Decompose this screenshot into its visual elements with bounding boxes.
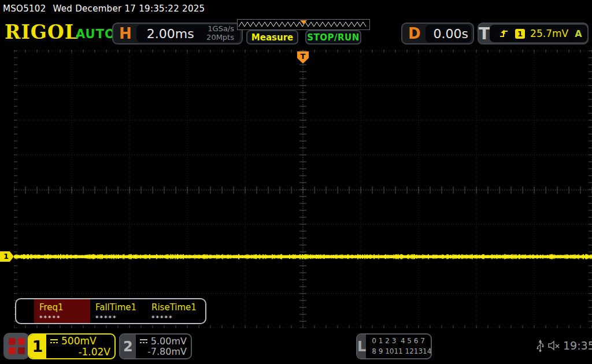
trigger-source-badge: 1 (515, 29, 525, 39)
trigger-label: T (479, 24, 490, 43)
preview-position-marker[interactable] (300, 20, 307, 24)
sample-rate: 1GSa/s (206, 25, 234, 34)
measurement-panel: Freq1 ***** FallTime1 ***** RiseTime1 **… (15, 298, 206, 324)
logic-row-1: 0 1 2 3 4 5 6 7 (372, 336, 432, 346)
channel-2-box[interactable]: 2 5.00mV -7.80mV (119, 333, 192, 359)
channel-1-box[interactable]: 1 500mV -1.02V (28, 333, 116, 359)
waveform-preview-bar[interactable] (237, 19, 370, 30)
measurement-label: RiseTime1 (151, 302, 202, 313)
model-name: MSO5102 (3, 3, 46, 14)
measurement-label: Freq1 (39, 302, 90, 313)
delay-value: 0.00s (434, 27, 468, 41)
channel-1-offset: -1.02V (78, 347, 110, 358)
trigger-level-value: 25.7mV (530, 28, 568, 39)
memory-depth: 20Mpts (206, 34, 234, 42)
timebase-value: 2.00ms (147, 27, 206, 41)
measurement-value: ***** (95, 314, 146, 322)
acquisition-mode-indicator: AUTO (76, 27, 116, 41)
delay-box[interactable]: D 0.00s (401, 23, 474, 44)
title-bar: MSO5102Wed December 17 19:35:22 2025 (3, 3, 205, 14)
delay-label: D (402, 25, 426, 42)
dc-coupling-icon (50, 339, 58, 344)
dc-coupling-icon (139, 339, 148, 344)
channel-2-offset: -7.80mV (147, 347, 187, 357)
logic-label: L (357, 335, 366, 358)
usb-icon (535, 337, 545, 352)
channel-1-scale: 500mV (61, 336, 97, 347)
measure-button[interactable]: Measure (246, 30, 298, 44)
logic-row-2: 8 9 1011 12131415 (372, 347, 432, 356)
measurement-falltime1[interactable]: FallTime1 ***** (90, 299, 146, 323)
speaker-muted-icon[interactable] (547, 340, 561, 351)
stop-run-button[interactable]: STOP/RUN (305, 30, 361, 44)
logic-channels-box[interactable]: L 0 1 2 3 4 5 6 7 8 9 1011 12131415 (356, 333, 432, 359)
ch1-ground-marker[interactable]: 1 (0, 251, 14, 262)
measurement-value: ***** (151, 314, 202, 322)
measurement-value: ***** (39, 314, 90, 322)
measure-menu-button[interactable] (3, 333, 29, 359)
measurement-freq1[interactable]: Freq1 ***** (34, 299, 90, 323)
graticule (14, 50, 592, 328)
trigger-box[interactable]: T 1 25.7mV A (478, 23, 589, 44)
channel-1-number: 1 (29, 335, 46, 358)
clock: 19:35 (563, 339, 592, 352)
rigol-logo: RIGOL (5, 21, 79, 43)
acquisition-info: 1GSa/s 20Mpts (206, 25, 234, 42)
trigger-sweep-mode: A (575, 28, 582, 39)
datetime: Wed December 17 19:35:22 2025 (53, 3, 205, 14)
red-grid-icon (9, 338, 25, 354)
measurement-label: FallTime1 (95, 302, 146, 313)
measurement-risetime1[interactable]: RiseTime1 ***** (146, 299, 202, 323)
rising-edge-icon (499, 29, 510, 38)
channel-2-number: 2 (120, 335, 136, 358)
horizontal-label: H (113, 25, 136, 42)
channel-2-scale: 5.00mV (151, 336, 187, 347)
horizontal-timebase-box[interactable]: H 2.00ms 1GSa/s 20Mpts (112, 23, 243, 44)
